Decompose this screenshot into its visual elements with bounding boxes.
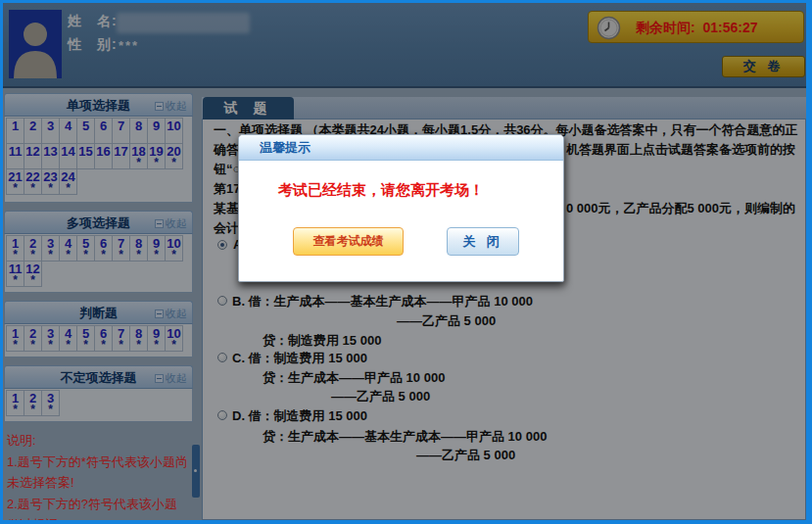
dialog-title: 温馨提示 (239, 135, 563, 161)
exam-window: 姓 名: 性 别: *** 剩余时间: 01:56:27 交 卷 单项选择题 收… (0, 0, 812, 524)
exam-page: 姓 名: 性 别: *** 剩余时间: 01:56:27 交 卷 单项选择题 收… (3, 3, 806, 520)
view-score-button[interactable]: 查看考试成绩 (293, 227, 404, 256)
close-dialog-button[interactable]: 关 闭 (447, 227, 519, 256)
notice-dialog: 温馨提示 考试已经结束，请您离开考场！ 查看考试成绩 关 闭 (238, 134, 564, 282)
dialog-message: 考试已经结束，请您离开考场！ (278, 181, 484, 200)
